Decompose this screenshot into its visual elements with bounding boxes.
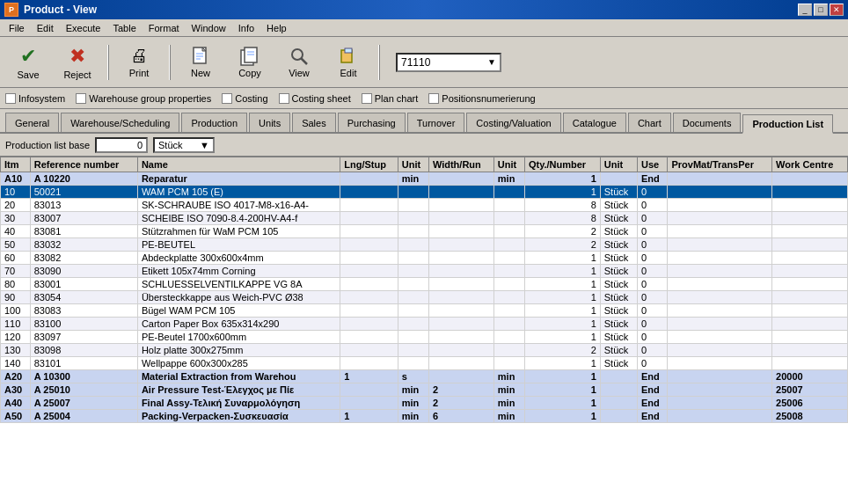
table-row[interactable]: A50A 25004Packing-Verpacken-Συσκευασία1m…: [1, 410, 848, 423]
tab-chart[interactable]: Chart: [628, 113, 671, 132]
table-cell: [668, 238, 772, 252]
check-positionsnumerierung-box[interactable]: [428, 93, 439, 104]
tab-documents[interactable]: Documents: [673, 113, 742, 132]
menu-file[interactable]: File: [4, 21, 30, 35]
table-cell: [493, 238, 524, 252]
tab-costing-valuation[interactable]: Costing/Valuation: [466, 113, 560, 132]
tab-purchasing[interactable]: Purchasing: [338, 113, 406, 132]
view-icon: [289, 47, 309, 66]
check-positionsnumerierung[interactable]: Positionsnumerierung: [428, 93, 535, 104]
menu-edit[interactable]: Edit: [32, 21, 59, 35]
table-row[interactable]: 13083098Holz platte 300x275mm2Stück0: [1, 344, 848, 357]
table-cell: min: [493, 383, 524, 397]
tab-warehouse-scheduling[interactable]: Warehouse/Scheduling: [61, 113, 179, 132]
svg-rect-12: [345, 48, 352, 53]
menu-table[interactable]: Table: [107, 21, 141, 35]
table-cell: 60: [1, 252, 31, 265]
maximize-button[interactable]: □: [814, 4, 828, 16]
menu-format[interactable]: Format: [143, 21, 185, 35]
view-button[interactable]: View: [276, 41, 322, 84]
menu-execute[interactable]: Execute: [61, 21, 106, 35]
table-cell: End: [638, 172, 668, 186]
table-cell: Stück: [600, 318, 637, 331]
table-row[interactable]: 9083054Übersteckkappe aus Weich-PVC Ø381…: [1, 291, 848, 304]
table-cell: [428, 238, 493, 252]
prod-list-unit-combo[interactable]: Stück ▼: [153, 137, 215, 153]
table-row[interactable]: 1050021WAM PCM 105 (E)1Stück0: [1, 186, 848, 199]
prod-list-unit-arrow: ▼: [200, 140, 209, 150]
save-button[interactable]: ✔ Save: [5, 41, 51, 84]
check-infosystem-box[interactable]: [5, 93, 16, 104]
table-row[interactable]: A10A 10220Reparaturminmin1End: [1, 172, 848, 186]
table-cell: 2: [524, 225, 600, 238]
table-cell: 20000: [772, 370, 848, 383]
table-cell: [772, 331, 848, 344]
check-costing-box[interactable]: [222, 93, 232, 104]
table-cell: [668, 199, 772, 212]
copy-button[interactable]: Copy: [227, 41, 273, 84]
table-row[interactable]: A30A 25010Air Pressure Test-Έλεγχος με Π…: [1, 383, 848, 397]
table-row[interactable]: 8083001SCHLUESSELVENTILKAPPE VG 8A1Stück…: [1, 278, 848, 291]
table-cell: [668, 304, 772, 318]
table-cell: A 10220: [30, 172, 137, 186]
product-combo[interactable]: 71110 ▼: [396, 53, 501, 72]
table-cell: 1: [524, 172, 600, 186]
table-cell: [772, 344, 848, 357]
table-row[interactable]: 5083032PE-BEUTEL2Stück0: [1, 238, 848, 252]
table-row[interactable]: 3083007SCHEIBE ISO 7090-8.4-200HV-A4-f8S…: [1, 212, 848, 225]
check-warehouse-box[interactable]: [76, 93, 86, 104]
table-row[interactable]: 14083101Wellpappe 600x300x2851Stück0: [1, 357, 848, 370]
check-plan-chart-box[interactable]: [362, 93, 372, 104]
table-row[interactable]: 11083100Carton Paper Box 635x314x2901Stü…: [1, 318, 848, 331]
close-button[interactable]: ✕: [830, 4, 844, 16]
table-row[interactable]: 4083081Stützrahmen für WaM PCM 1052Stück…: [1, 225, 848, 238]
table-container[interactable]: Itm Reference number Name Lng/Stup Unit …: [0, 157, 848, 504]
tab-production[interactable]: Production: [181, 113, 247, 132]
menu-window[interactable]: Window: [186, 21, 231, 35]
edit-button[interactable]: Edit: [325, 41, 371, 84]
check-costing-sheet[interactable]: Costing sheet: [279, 93, 351, 104]
table-cell: [772, 278, 848, 291]
prod-list-base-input[interactable]: [95, 137, 148, 153]
table-cell: [340, 304, 398, 318]
table-cell: End: [638, 397, 668, 410]
table-cell: 83081: [30, 225, 137, 238]
check-costing-sheet-box[interactable]: [279, 93, 289, 104]
window-title: Product - View: [24, 4, 97, 16]
table-cell: Packing-Verpacken-Συσκευασία: [137, 410, 340, 423]
check-costing[interactable]: Costing: [222, 93, 267, 104]
table-row[interactable]: 7083090Etikett 105x74mm Corning1Stück0: [1, 265, 848, 278]
table-cell: 30: [1, 212, 31, 225]
table-row[interactable]: 2083013SK-SCHRAUBE ISO 4017-M8-x16-A4-8S…: [1, 199, 848, 212]
check-warehouse[interactable]: Warehouse group properties: [76, 93, 211, 104]
table-cell: [668, 291, 772, 304]
minimize-button[interactable]: _: [798, 4, 812, 16]
new-button[interactable]: New: [178, 41, 223, 84]
tab-units[interactable]: Units: [249, 113, 290, 132]
table-cell: 83097: [30, 331, 137, 344]
tab-production-list[interactable]: Production List: [742, 114, 833, 134]
table-cell: [668, 265, 772, 278]
tab-turnover[interactable]: Turnover: [407, 113, 465, 132]
table-row[interactable]: 6083082Abdeckplatte 300x600x4mm1Stück0: [1, 252, 848, 265]
table-cell: [493, 304, 524, 318]
print-button[interactable]: 🖨 Print: [116, 41, 162, 84]
menu-info[interactable]: Info: [233, 21, 260, 35]
tab-catalogue[interactable]: Catalogue: [563, 113, 626, 132]
table-row[interactable]: 10083083Bügel WAM PCM 1051Stück0: [1, 304, 848, 318]
table-cell: [668, 344, 772, 357]
check-plan-chart[interactable]: Plan chart: [362, 93, 419, 104]
table-cell: 0: [638, 212, 668, 225]
table-cell: Holz platte 300x275mm: [137, 344, 340, 357]
table-row[interactable]: A40A 25007Final Assy-Τελική Συναρμολόγησ…: [1, 397, 848, 410]
table-row[interactable]: A20A 10300Material Extraction from Wareh…: [1, 370, 848, 383]
table-row[interactable]: 12083097PE-Beutel 1700x600mm1Stück0: [1, 331, 848, 344]
tab-general[interactable]: General: [5, 113, 59, 132]
tab-sales[interactable]: Sales: [292, 113, 336, 132]
table-cell: 83098: [30, 344, 137, 357]
reject-button[interactable]: ✖ Reject: [55, 41, 100, 84]
table-cell: [600, 370, 637, 383]
check-infosystem[interactable]: Infosystem: [5, 93, 65, 104]
menu-help[interactable]: Help: [261, 21, 292, 35]
window-controls[interactable]: _ □ ✕: [798, 4, 844, 16]
